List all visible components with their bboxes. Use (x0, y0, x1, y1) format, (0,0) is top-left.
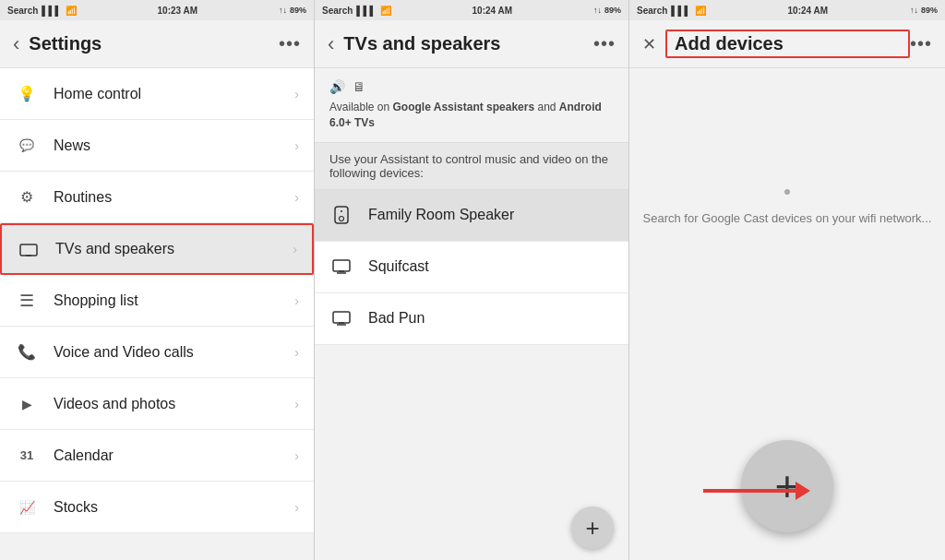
status-time-2: 10:24 AM (472, 6, 513, 16)
menu-item-routines[interactable]: ⚙ Routines › (0, 172, 314, 223)
search-indicator-dot (784, 189, 790, 195)
device-item-bad-pun[interactable]: Bad Pun (315, 293, 628, 345)
family-room-icon (329, 203, 353, 227)
arrow-icon-3: ↑↓ (910, 6, 918, 15)
device-label-squifcast: Squifcast (368, 258, 429, 275)
info-description: Available on Google Assistant speakers a… (329, 100, 614, 131)
menu-label-tvs: TVs and speakers (55, 241, 293, 257)
page-title-2: TVs and speakers (343, 33, 593, 54)
tv-icon-small: 🖥 (353, 79, 365, 94)
status-time-3: 10:24 AM (788, 6, 829, 16)
more-button-3[interactable]: ••• (910, 33, 932, 54)
chevron-voice: › (294, 345, 299, 360)
wifi-icon: 📶 (66, 6, 77, 16)
search-area: Search for Google Cast devices on your w… (629, 68, 945, 422)
stocks-icon: 📈 (15, 495, 39, 519)
big-fab-container: + (629, 422, 945, 560)
status-left-2: Search ▌▌▌ 📶 (322, 6, 391, 16)
menu-item-news[interactable]: 💬 News › (0, 120, 314, 172)
menu-label-voice: Voice and Video calls (54, 344, 294, 361)
chevron-routines: › (294, 190, 299, 205)
section-label: Use your Assistant to control music and … (315, 143, 628, 190)
nav-bar-1: ‹ Settings ••• (0, 20, 314, 68)
shopping-icon: ☰ (15, 289, 39, 313)
arrow-icon-2: ↑↓ (593, 6, 602, 15)
wifi-icon-3: 📶 (695, 6, 706, 16)
device-item-family-room[interactable]: Family Room Speaker (315, 190, 628, 242)
menu-label-calendar: Calendar (54, 447, 294, 464)
info-section: 🔊 🖥 Available on Google Assistant speake… (315, 68, 628, 143)
arrow-shaft (703, 489, 795, 493)
menu-item-home-control[interactable]: 💡 Home control › (0, 68, 314, 120)
signal-icon: ▌▌▌ (42, 6, 61, 16)
search-description: Search for Google Cast devices on your w… (643, 209, 932, 228)
panel-settings: Search ▌▌▌ 📶 10:23 AM ↑↓ 89% ‹ Settings … (0, 0, 315, 560)
status-right-1: ↑↓ 89% (279, 6, 306, 15)
tvs-speakers-icon (17, 237, 41, 261)
menu-label-routines: Routines (54, 189, 294, 206)
status-time-1: 10:23 AM (158, 6, 198, 16)
menu-label-stocks: Stocks (54, 499, 294, 516)
status-bar-3: Search ▌▌▌ 📶 10:24 AM ↑↓ 89% (629, 0, 945, 20)
device-list: Family Room Speaker Squifcast (315, 190, 628, 495)
device-label-bad-pun: Bad Pun (368, 310, 425, 327)
battery-icon-3: 89% (921, 6, 938, 15)
nav-bar-3: ✕ Add devices ••• (629, 20, 945, 68)
status-bar-1: Search ▌▌▌ 📶 10:23 AM ↑↓ 89% (0, 0, 314, 20)
nav-bar-2: ‹ TVs and speakers ••• (315, 20, 628, 68)
menu-label-home-control: Home control (54, 86, 294, 102)
arrow-icon: ↑↓ (279, 6, 287, 15)
status-search-3: Search (637, 6, 667, 16)
menu-item-stocks[interactable]: 📈 Stocks › (0, 482, 314, 533)
voice-icon: 📞 (15, 340, 39, 364)
svg-point-4 (341, 210, 342, 212)
settings-menu: 💡 Home control › 💬 News › ⚙ Routines › T… (0, 68, 314, 560)
back-button-2[interactable]: ‹ (328, 32, 334, 56)
device-item-squifcast[interactable]: Squifcast (315, 242, 628, 293)
status-right-3: ↑↓ 89% (910, 6, 938, 15)
back-button-1[interactable]: ‹ (13, 32, 19, 56)
add-device-fab[interactable]: + (571, 506, 614, 549)
chevron-stocks: › (294, 500, 299, 515)
chevron-home-control: › (294, 87, 299, 101)
news-icon: 💬 (15, 134, 39, 158)
menu-item-voice[interactable]: 📞 Voice and Video calls › (0, 327, 314, 378)
more-button-2[interactable]: ••• (593, 33, 616, 54)
svg-rect-5 (333, 260, 350, 271)
wifi-icon-2: 📶 (380, 6, 391, 16)
close-button[interactable]: ✕ (642, 34, 656, 54)
fab-area-2: + (315, 495, 628, 560)
menu-label-news: News (54, 137, 294, 154)
chevron-calendar: › (294, 448, 299, 463)
chevron-news: › (294, 138, 299, 153)
status-search-2: Search (322, 6, 353, 16)
calendar-icon: 31 (15, 444, 39, 468)
signal-icon-2: ▌▌▌ (356, 6, 376, 16)
status-left-1: Search ▌▌▌ 📶 (7, 6, 77, 16)
device-label-family-room: Family Room Speaker (368, 207, 514, 223)
status-left-3: Search ▌▌▌ 📶 (637, 6, 706, 16)
page-title-1: Settings (29, 33, 279, 54)
status-right-2: ↑↓ 89% (593, 6, 621, 15)
menu-label-shopping: Shopping list (54, 292, 294, 309)
squifcast-icon (329, 255, 353, 279)
battery-icon-2: 89% (604, 6, 621, 15)
menu-item-calendar[interactable]: 31 Calendar › (0, 430, 314, 482)
signal-icon-3: ▌▌▌ (671, 6, 690, 16)
menu-item-tvs-speakers[interactable]: TVs and speakers › (0, 223, 314, 275)
status-bar-2: Search ▌▌▌ 📶 10:24 AM ↑↓ 89% (315, 0, 628, 20)
menu-label-videos: Videos and photos (54, 396, 294, 412)
status-search-1: Search (7, 6, 38, 16)
more-button-1[interactable]: ••• (279, 33, 301, 54)
menu-item-videos[interactable]: ▶ Videos and photos › (0, 378, 314, 430)
svg-rect-8 (333, 312, 350, 323)
svg-point-3 (340, 217, 344, 221)
menu-item-shopping[interactable]: ☰ Shopping list › (0, 275, 314, 327)
bad-pun-icon (329, 306, 353, 330)
arrow-indicator (703, 482, 810, 500)
svg-rect-0 (20, 244, 37, 256)
videos-icon: ▶ (15, 392, 39, 416)
panel-tvs-speakers: Search ▌▌▌ 📶 10:24 AM ↑↓ 89% ‹ TVs and s… (315, 0, 629, 560)
device-type-icons: 🔊 🖥 (329, 79, 614, 94)
speaker-icon-small: 🔊 (329, 79, 345, 94)
